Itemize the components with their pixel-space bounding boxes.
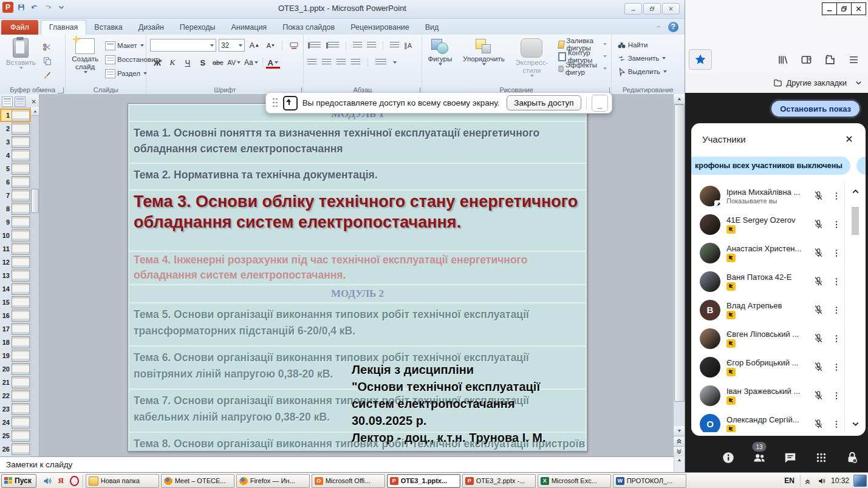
slide-thumbnail-7[interactable]: 7 <box>0 189 30 202</box>
ff-restore-button[interactable] <box>836 2 852 15</box>
ff-minimize-button[interactable] <box>822 2 837 15</box>
format-painter-icon[interactable] <box>41 69 53 81</box>
participant-menu-icon[interactable] <box>831 332 842 345</box>
vertical-scrollbar[interactable] <box>673 94 685 456</box>
extensions-icon[interactable] <box>824 54 836 66</box>
menu-hamburger-icon[interactable] <box>848 54 859 66</box>
slide-thumbnail-5[interactable]: 5 <box>0 162 30 175</box>
close-participants-icon[interactable] <box>842 132 856 146</box>
language-indicator[interactable]: EN <box>779 475 801 486</box>
font-size-combo[interactable]: 32 <box>219 39 245 52</box>
slide-row-t5[interactable]: Тема 5. Основи організації виконання тип… <box>129 303 586 345</box>
slide-thumbnail-22[interactable]: 22 <box>0 389 30 402</box>
taskbar-button[interactable]: PОТЕ3_1.pptx... <box>387 474 460 488</box>
slide-thumbnail-8[interactable]: 8 <box>0 202 30 215</box>
change-case-icon[interactable]: Aa <box>243 56 259 69</box>
notes-scroll-icon[interactable] <box>674 456 685 472</box>
thumb-scroll-up-icon[interactable] <box>31 107 39 116</box>
participant-row[interactable]: Іван Зражевський ... <box>700 381 844 410</box>
add-people-button[interactable]: Доб <box>856 157 866 175</box>
slide-thumbnail-23[interactable]: 23 <box>0 402 30 416</box>
slide-thumbnail-20[interactable]: 20 <box>0 362 30 376</box>
participant-row[interactable]: Ірина Михайлівна ...Показываете вы <box>700 181 844 210</box>
library-icon[interactable] <box>777 54 788 66</box>
show-desktop-button[interactable] <box>853 475 867 487</box>
columns-icon[interactable] <box>375 59 386 66</box>
collapse-ribbon-icon[interactable] <box>655 21 662 32</box>
yandex-icon[interactable]: Я <box>56 476 66 486</box>
stop-sharing-button[interactable]: Закрыть доступ <box>507 95 581 110</box>
participant-row[interactable]: ООлександр Сергій... <box>700 410 844 432</box>
font-color-icon[interactable]: А <box>266 56 280 69</box>
restore-button[interactable] <box>643 3 661 15</box>
slide-thumbnail-21[interactable]: 21 <box>0 376 30 389</box>
participant-menu-icon[interactable] <box>831 389 842 402</box>
text-shadow-icon[interactable]: S <box>196 56 210 69</box>
slide-thumbnail-2[interactable]: 2 <box>0 122 30 135</box>
shape-outline-button[interactable]: Контур фигуры <box>556 52 608 61</box>
quick-styles-button[interactable]: Экспресс-стили <box>513 37 551 85</box>
share-bar-minimize-button[interactable]: _ <box>592 95 608 112</box>
slide-thumbnail-4[interactable]: 4 <box>0 149 30 162</box>
taskbar-button[interactable]: Meet – ОТЕСЕ... <box>161 474 234 488</box>
participant-menu-icon[interactable] <box>831 361 842 374</box>
clear-formatting-icon[interactable] <box>287 39 301 52</box>
tab-r2[interactable]: Вставка <box>86 21 130 35</box>
participant-row[interactable]: ВВлад Атрепьев <box>700 296 844 324</box>
host-controls-lock-icon[interactable]: ! <box>845 450 859 465</box>
clock[interactable]: 10:32 <box>829 476 853 485</box>
shapes-button[interactable]: Фигуры <box>426 37 455 85</box>
slide-thumbnail-3[interactable]: 3 <box>0 135 30 149</box>
taskbar-button[interactable]: Новая папка <box>86 474 159 488</box>
outline-tab[interactable] <box>15 97 26 107</box>
taskbar-button[interactable]: Firefox — Ин... <box>236 474 310 488</box>
slide-row-t2[interactable]: Тема 2. Нормативна та технічна документа… <box>129 164 586 189</box>
justify-icon[interactable] <box>351 59 360 66</box>
taskbar-button[interactable]: XMicrosoft Exc... <box>538 474 611 488</box>
tab-r4[interactable]: Переходы <box>172 21 224 35</box>
slide-row-mod2[interactable]: МОДУЛЬ 2 <box>129 285 586 302</box>
slide-thumbnail-16[interactable]: 16 <box>0 309 30 322</box>
slide-thumbnail-18[interactable]: 18 <box>0 336 30 349</box>
tab-file[interactable]: Файл <box>1 20 38 35</box>
chat-icon[interactable] <box>783 450 798 465</box>
replace-button[interactable]: Заменить <box>615 52 682 65</box>
participant-menu-icon[interactable] <box>831 303 842 317</box>
opera-icon[interactable]: O <box>70 476 79 486</box>
participants-scroll-thumb[interactable] <box>852 207 859 235</box>
strikethrough-icon[interactable]: abc <box>211 56 225 69</box>
slide-thumbnail-14[interactable]: 14 <box>0 282 30 296</box>
shape-fill-button[interactable]: Заливка фигуры <box>556 39 608 49</box>
participant-row[interactable]: Ваня Патока 42-Е <box>700 267 844 296</box>
decrease-indent-icon[interactable] <box>353 42 362 49</box>
volume-icon[interactable] <box>815 477 829 485</box>
meeting-details-icon[interactable] <box>721 450 736 465</box>
bookmark-star-icon[interactable] <box>689 49 712 70</box>
participant-row[interactable]: Євген Ліповський ... <box>700 324 844 353</box>
bookmarks-overflow-icon[interactable] <box>854 78 863 87</box>
slide-thumbnail-6[interactable]: 6 <box>0 175 30 189</box>
italic-icon[interactable]: К <box>165 56 179 69</box>
participants-scroll-down-icon[interactable] <box>848 416 863 431</box>
participants-scrollbar[interactable] <box>845 181 866 432</box>
select-button[interactable]: Выделить <box>615 65 682 78</box>
people-icon[interactable]: 13 <box>752 450 767 465</box>
slide-thumbnail-26[interactable]: 26 <box>0 442 30 456</box>
stop-presenting-button[interactable]: Остановить показ <box>771 101 859 117</box>
tab-r1[interactable]: Главная <box>41 20 87 35</box>
slide-thumbnail-25[interactable]: 25 <box>0 429 30 442</box>
participant-menu-icon[interactable] <box>831 246 842 260</box>
speaker-icon[interactable] <box>42 476 52 486</box>
shape-effects-button[interactable]: Эффекты фигур <box>556 64 608 73</box>
bullets-icon[interactable] <box>310 42 321 49</box>
scroll-up-icon[interactable] <box>674 94 685 104</box>
participant-row[interactable]: Анастасія Христен... <box>700 239 844 267</box>
participant-menu-icon[interactable] <box>831 218 842 231</box>
slide-thumbnail-19[interactable]: 19 <box>0 349 30 362</box>
slides-tab[interactable] <box>2 97 13 107</box>
participant-menu-icon[interactable] <box>831 418 842 431</box>
align-right-icon[interactable] <box>337 59 346 66</box>
slide-thumbnail-10[interactable]: 10 <box>0 229 30 242</box>
underline-icon[interactable]: Ч <box>180 56 194 69</box>
ff-close-button[interactable] <box>851 2 866 15</box>
